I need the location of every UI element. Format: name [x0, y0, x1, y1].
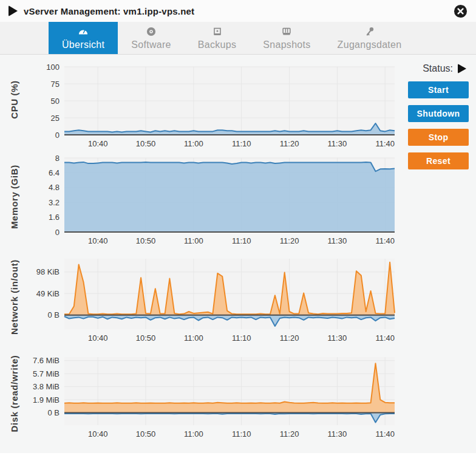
network-chart-svg: 0 B49 KiB98 KiB10:4010:5011:0011:1011:20… — [28, 251, 401, 350]
key-icon — [364, 26, 376, 38]
svg-text:98 KiB: 98 KiB — [36, 267, 59, 276]
svg-text:0 B: 0 B — [47, 310, 59, 319]
svg-text:10:50: 10:50 — [136, 236, 156, 245]
gauge-icon — [77, 26, 89, 38]
svg-text:11:30: 11:30 — [328, 429, 347, 439]
svg-text:11:00: 11:00 — [184, 429, 203, 439]
status-label: Status: — [423, 63, 453, 74]
svg-text:5.7 MiB: 5.7 MiB — [33, 369, 59, 378]
svg-text:10:50: 10:50 — [136, 429, 156, 439]
svg-text:11:00: 11:00 — [184, 333, 203, 343]
svg-text:11:00: 11:00 — [184, 139, 203, 148]
memory-chart: Memory (GiB) 01.63.24.86.4810:4010:5011:… — [0, 151, 401, 251]
tab-software[interactable]: Software — [118, 22, 185, 54]
reset-button[interactable]: Reset — [408, 152, 469, 169]
svg-text:0: 0 — [55, 228, 59, 237]
svg-text:11:30: 11:30 — [328, 139, 347, 148]
tab-label: Backups — [198, 39, 236, 50]
cpu-chart-svg: 025507510010:4010:5011:0011:1011:2011:30… — [28, 56, 401, 151]
vserver-management-window: vServer Management: vm1.ipp-vps.net Über… — [0, 0, 476, 461]
running-play-icon — [458, 64, 466, 73]
start-button[interactable]: Start — [408, 81, 469, 98]
tab-label: Software — [131, 39, 171, 50]
disk-plot-area: 0 B1.9 MiB3.8 MiB5.7 MiB7.6 MiB10:4010:5… — [28, 350, 401, 445]
svg-text:0: 0 — [55, 131, 59, 140]
svg-text:11:40: 11:40 — [375, 333, 395, 343]
cpu-axis-label: CPU (%) — [9, 80, 19, 118]
svg-text:11:40: 11:40 — [375, 139, 395, 148]
snapshot-drive-icon — [280, 26, 293, 38]
svg-text:50: 50 — [51, 97, 59, 106]
title-bar: vServer Management: vm1.ipp-vps.net — [0, 0, 476, 22]
close-icon[interactable] — [454, 4, 467, 18]
tab-label: Zugangsdaten — [338, 39, 402, 50]
svg-text:10:50: 10:50 — [136, 333, 156, 343]
svg-text:10:40: 10:40 — [88, 139, 108, 148]
svg-text:1.9 MiB: 1.9 MiB — [33, 395, 59, 405]
disc-icon — [145, 26, 157, 38]
memory-plot-area: 01.63.24.86.4810:4010:5011:0011:1011:201… — [28, 151, 401, 251]
svg-text:75: 75 — [51, 80, 59, 89]
svg-text:11:10: 11:10 — [232, 139, 251, 148]
status-column: Status: Start Shutdown Stop Reset — [401, 55, 476, 453]
window-play-icon — [8, 5, 18, 16]
svg-text:7.6 MiB: 7.6 MiB — [33, 356, 59, 365]
network-chart: Network (in/out) 0 B49 KiB98 KiB10:4010:… — [0, 251, 401, 350]
svg-text:11:10: 11:10 — [232, 429, 251, 439]
svg-text:11:40: 11:40 — [375, 236, 395, 245]
tab-backups[interactable]: Backups — [185, 22, 250, 54]
svg-text:11:20: 11:20 — [280, 236, 299, 245]
svg-text:6.4: 6.4 — [49, 168, 59, 177]
svg-text:0 B: 0 B — [47, 408, 59, 417]
svg-text:11:20: 11:20 — [280, 139, 299, 148]
memory-axis-label: Memory (GiB) — [9, 165, 19, 230]
svg-text:4.8: 4.8 — [49, 183, 59, 192]
stop-button[interactable]: Stop — [408, 129, 469, 146]
svg-text:11:10: 11:10 — [232, 236, 251, 245]
svg-text:1.6: 1.6 — [49, 213, 59, 222]
page-title: vServer Management: vm1.ipp-vps.net — [24, 6, 194, 16]
disk-chart-svg: 0 B1.9 MiB3.8 MiB5.7 MiB7.6 MiB10:4010:5… — [28, 350, 401, 445]
svg-text:11:30: 11:30 — [328, 333, 347, 343]
svg-text:8: 8 — [55, 154, 59, 163]
tab-snapshots[interactable]: Snapshots — [250, 22, 324, 54]
svg-text:11:20: 11:20 — [280, 429, 299, 439]
svg-text:3.2: 3.2 — [49, 198, 59, 207]
svg-text:11:00: 11:00 — [184, 236, 203, 245]
network-plot-area: 0 B49 KiB98 KiB10:4010:5011:0011:1011:20… — [28, 251, 401, 350]
svg-text:11:40: 11:40 — [375, 429, 395, 439]
shutdown-button[interactable]: Shutdown — [408, 105, 469, 122]
tab-label: Übersicht — [62, 39, 104, 50]
drive-icon — [211, 26, 223, 38]
svg-text:25: 25 — [51, 114, 59, 123]
svg-text:11:30: 11:30 — [328, 236, 347, 245]
svg-text:49 KiB: 49 KiB — [36, 289, 59, 298]
cpu-plot-area: 025507510010:4010:5011:0011:1011:2011:30… — [28, 56, 401, 151]
svg-text:100: 100 — [46, 63, 59, 72]
main-content: CPU (%) 025507510010:4010:5011:0011:1011… — [0, 55, 476, 453]
svg-text:11:10: 11:10 — [232, 333, 251, 343]
memory-chart-svg: 01.63.24.86.4810:4010:5011:0011:1011:201… — [28, 151, 401, 251]
charts-column: CPU (%) 025507510010:4010:5011:0011:1011… — [0, 55, 401, 453]
svg-text:3.8 MiB: 3.8 MiB — [33, 382, 59, 391]
svg-text:11:20: 11:20 — [280, 333, 299, 343]
svg-text:10:40: 10:40 — [88, 333, 108, 343]
svg-text:10:40: 10:40 — [88, 236, 108, 245]
disk-chart: Disk (read/write) 0 B1.9 MiB3.8 MiB5.7 M… — [0, 350, 401, 445]
svg-text:10:40: 10:40 — [88, 429, 108, 439]
cpu-chart: CPU (%) 025507510010:4010:5011:0011:1011… — [0, 56, 401, 151]
svg-text:10:50: 10:50 — [136, 139, 156, 148]
tab-zugangsdaten[interactable]: Zugangsdaten — [324, 22, 415, 54]
tab-label: Snapshots — [263, 39, 310, 50]
tab-uebersicht[interactable]: Übersicht — [49, 22, 118, 54]
tab-bar: Übersicht Software Backups — [0, 22, 476, 55]
disk-axis-label: Disk (read/write) — [9, 355, 19, 432]
network-axis-label: Network (in/out) — [9, 259, 19, 335]
